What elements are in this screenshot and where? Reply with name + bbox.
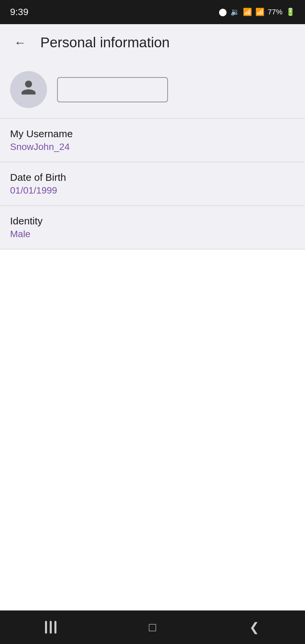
empty-space bbox=[0, 250, 305, 610]
status-icons: ⬤ 🔉 📶 📶 77% 🔋 bbox=[219, 8, 295, 16]
status-time: 9:39 bbox=[10, 7, 29, 17]
nav-bar: □ ❮ bbox=[0, 610, 305, 644]
wifi-icon: 📶 bbox=[243, 8, 252, 16]
profile-section bbox=[0, 61, 305, 118]
page-title: Personal information bbox=[40, 35, 170, 51]
identity-label: Identity bbox=[10, 215, 295, 227]
username-value: SnowJohn_24 bbox=[10, 142, 295, 152]
person-icon bbox=[20, 79, 37, 100]
nav-back-icon: ❮ bbox=[249, 620, 259, 634]
mute-icon: 🔉 bbox=[230, 8, 239, 16]
nav-back-button[interactable]: ❮ bbox=[241, 617, 268, 637]
app-bar: ← Personal information bbox=[0, 24, 305, 61]
content-area: My Username SnowJohn_24 Date of Birth 01… bbox=[0, 61, 305, 610]
identity-value: Male bbox=[10, 229, 295, 239]
dob-row[interactable]: Date of Birth 01/01/1999 bbox=[0, 162, 305, 205]
dob-label: Date of Birth bbox=[10, 172, 295, 183]
username-label: My Username bbox=[10, 128, 295, 140]
battery-level: 77% bbox=[268, 8, 282, 16]
username-row[interactable]: My Username SnowJohn_24 bbox=[0, 119, 305, 162]
name-input[interactable] bbox=[57, 77, 168, 102]
dob-value: 01/01/1999 bbox=[10, 185, 295, 196]
menu-lines-icon bbox=[45, 621, 56, 634]
avatar[interactable] bbox=[10, 71, 47, 108]
back-arrow-icon: ← bbox=[14, 36, 26, 50]
home-square-icon: □ bbox=[149, 620, 156, 634]
identity-row[interactable]: Identity Male bbox=[0, 206, 305, 249]
back-button[interactable]: ← bbox=[10, 33, 30, 53]
battery-icon: 🔋 bbox=[286, 8, 295, 16]
status-bar: 9:39 ⬤ 🔉 📶 📶 77% 🔋 bbox=[0, 0, 305, 24]
nav-menu-button[interactable] bbox=[37, 617, 64, 637]
signal-icon: 📶 bbox=[255, 8, 264, 16]
nav-home-button[interactable]: □ bbox=[139, 617, 166, 637]
bluetooth-icon: ⬤ bbox=[219, 8, 227, 16]
